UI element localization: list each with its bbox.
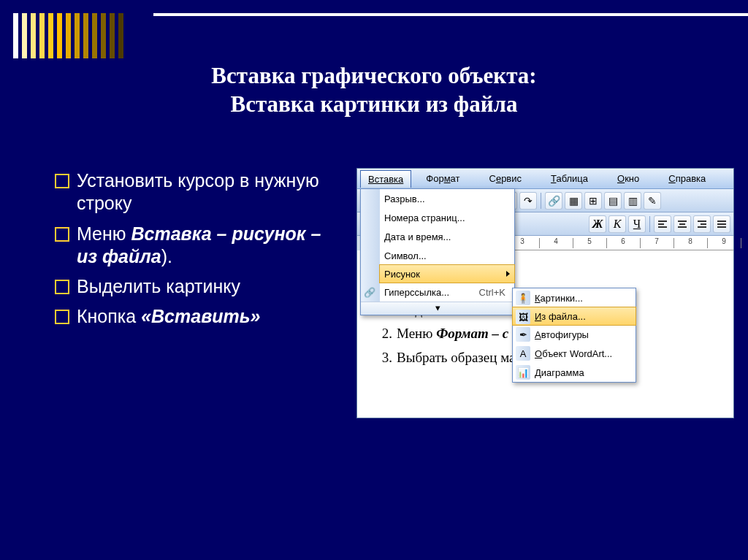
menu-window[interactable]: Окно [603, 170, 654, 187]
menu-bar[interactable]: Вставка Формат Сервис Таблица Окно Справ… [357, 169, 733, 189]
submenu-item-icon: ✒ [516, 327, 530, 342]
picture-submenu[interactable]: 🧍Картинки...🖼Из файла...✒АвтофигурыAОбъе… [512, 288, 636, 383]
expand-menu-button[interactable]: ▾ [361, 302, 514, 315]
excel-button[interactable]: ▤ [604, 192, 622, 210]
title-line-2: Вставка картинки из файла [0, 91, 748, 119]
underline-button[interactable]: Ч [628, 215, 646, 233]
align-right-button[interactable] [693, 215, 711, 233]
menu-item-3[interactable]: Символ... [380, 246, 514, 265]
header-bars-decor [13, 13, 123, 58]
align-left-button[interactable] [654, 215, 671, 233]
menu-service[interactable]: Сервис [475, 170, 537, 187]
menu-help[interactable]: Справка [654, 170, 720, 187]
bullet-2: Меню Вставка – рисунок – из файла). [55, 223, 332, 269]
word-window: Вставка Формат Сервис Таблица Окно Справ… [356, 168, 734, 418]
submenu-item-3[interactable]: AОбъект WordArt... [513, 344, 636, 363]
bullet-3: Выделить картинку [55, 275, 332, 298]
menu-item-4[interactable]: Рисунок [379, 264, 515, 283]
menu-item-2[interactable]: Дата и время... [380, 227, 514, 246]
bold-button[interactable]: Ж [589, 215, 606, 233]
menu-item-5[interactable]: 🔗Гиперссылка...Ctrl+K [380, 283, 514, 302]
submenu-item-4[interactable]: 📊Диаграмма [513, 363, 636, 382]
redo-button[interactable]: ↷ [519, 192, 537, 210]
align-center-button[interactable] [673, 215, 691, 233]
submenu-item-icon: 🖼 [516, 310, 530, 324]
menu-format[interactable]: Формат [411, 170, 474, 187]
menu-insert[interactable]: Вставка [360, 170, 411, 188]
submenu-item-icon: A [516, 346, 530, 361]
submenu-arrow-icon [506, 271, 510, 277]
insert-table-button[interactable]: ⊞ [584, 192, 602, 210]
slide-title: Вставка графического объекта: Вставка ка… [0, 62, 748, 119]
submenu-item-2[interactable]: ✒Автофигуры [513, 325, 636, 344]
separator [541, 193, 541, 209]
submenu-item-1[interactable]: 🖼Из файла... [512, 307, 636, 326]
insert-menu-dropdown[interactable]: Разрыв...Номера страниц...Дата и время..… [360, 188, 515, 315]
align-justify-button[interactable] [713, 215, 730, 233]
submenu-item-0[interactable]: 🧍Картинки... [513, 288, 636, 307]
submenu-item-icon: 🧍 [516, 291, 530, 305]
bullet-4: Кнопка «Вставить» [55, 305, 332, 328]
menu-table[interactable]: Таблица [536, 170, 603, 187]
submenu-item-icon: 📊 [516, 365, 530, 380]
title-line-1: Вставка графического объекта: [0, 62, 748, 91]
columns-button[interactable]: ▥ [624, 192, 641, 210]
menu-item-0[interactable]: Разрыв... [380, 189, 514, 208]
separator [649, 216, 650, 232]
menu-item-1[interactable]: Номера страниц... [380, 208, 514, 227]
menu-item-icon: 🔗 [362, 285, 377, 299]
hyperlink-button[interactable]: 🔗 [545, 192, 562, 210]
tables-button[interactable]: ▦ [565, 192, 582, 210]
bullet-1: Установить курсор в нужную строку [55, 169, 332, 215]
bullet-list: Установить курсор в нужную строку Меню В… [55, 169, 332, 336]
italic-button[interactable]: К [608, 215, 626, 233]
drawing-button[interactable]: ✎ [644, 192, 661, 210]
